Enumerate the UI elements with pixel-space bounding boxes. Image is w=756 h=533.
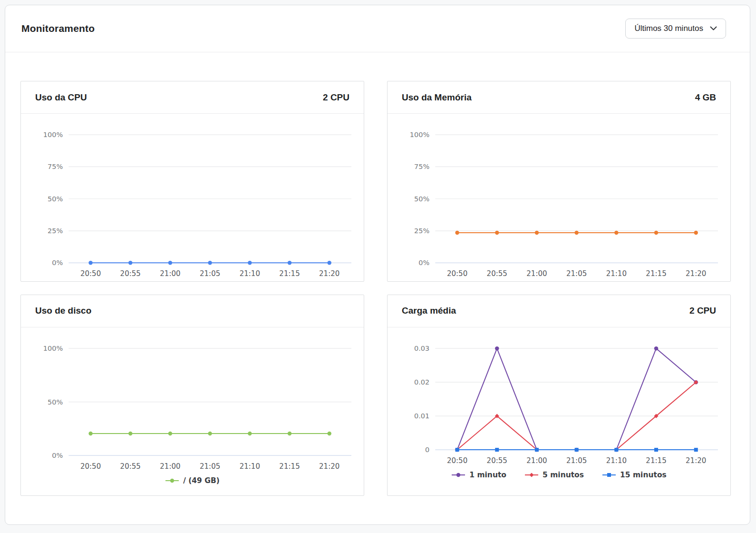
svg-text:0.03: 0.03 — [414, 344, 429, 352]
svg-text:100%: 100% — [410, 130, 430, 138]
svg-text:21:20: 21:20 — [686, 269, 706, 278]
disk-usage-card: Uso de disco 100%50%0%20:5020:5521:0021:… — [20, 295, 364, 496]
charts-grid: Uso da CPU 2 CPU 100%75%50%25%0%20:5020:… — [5, 52, 750, 496]
svg-text:21:05: 21:05 — [566, 269, 587, 278]
chevron-down-icon — [710, 26, 717, 31]
legend-label: 15 minutos — [620, 471, 667, 479]
svg-text:100%: 100% — [43, 130, 63, 138]
svg-text:100%: 100% — [43, 344, 63, 352]
svg-text:20:55: 20:55 — [120, 269, 141, 278]
svg-text:21:10: 21:10 — [606, 269, 627, 278]
legend-marker-icon — [165, 477, 179, 484]
svg-text:50%: 50% — [414, 195, 430, 203]
disk-usage-chart: 100%50%0%20:5020:5521:0021:0521:1021:152… — [21, 327, 364, 474]
svg-text:21:15: 21:15 — [646, 456, 666, 465]
legend-item-load-average-2[interactable]: 15 minutos — [602, 471, 667, 479]
legend-item-load-average-1[interactable]: 5 minutos — [524, 471, 584, 479]
svg-text:0%: 0% — [52, 451, 63, 459]
svg-text:21:05: 21:05 — [200, 269, 220, 278]
svg-text:21:05: 21:05 — [200, 462, 220, 471]
disk-card-title: Uso de disco — [35, 306, 91, 316]
load-card-title: Carga média — [402, 306, 456, 316]
svg-text:21:20: 21:20 — [319, 462, 339, 471]
legend-label: 5 minutos — [543, 471, 584, 479]
legend-item-disk-usage-0[interactable]: / (49 GB) — [165, 476, 220, 485]
time-range-select[interactable]: Últimos 30 minutos — [625, 19, 726, 39]
svg-text:21:15: 21:15 — [279, 269, 300, 278]
memory-card-header: Uso da Memória 4 GB — [388, 81, 730, 114]
panel-header: Monitoramento Últimos 30 minutos — [5, 5, 750, 52]
svg-text:0.02: 0.02 — [414, 378, 429, 386]
svg-text:21:00: 21:00 — [526, 269, 547, 278]
svg-text:25%: 25% — [48, 227, 63, 235]
cpu-card-title: Uso da CPU — [35, 92, 87, 103]
memory-usage-chart: 100%75%50%25%0%20:5020:5521:0021:0521:10… — [388, 114, 730, 281]
legend-marker-icon — [602, 472, 616, 478]
svg-text:50%: 50% — [48, 397, 63, 405]
load-average-chart: 0.030.020.01020:5020:5521:0021:0521:1021… — [388, 327, 730, 468]
svg-text:20:55: 20:55 — [487, 456, 507, 465]
page-title: Monitoramento — [21, 23, 95, 34]
cpu-usage-card: Uso da CPU 2 CPU 100%75%50%25%0%20:5020:… — [20, 81, 364, 282]
svg-text:20:50: 20:50 — [80, 269, 101, 278]
svg-text:75%: 75% — [414, 162, 430, 170]
disk-card-header: Uso de disco — [21, 295, 364, 327]
svg-text:21:10: 21:10 — [240, 462, 260, 471]
svg-text:21:00: 21:00 — [160, 462, 180, 471]
svg-text:20:55: 20:55 — [120, 462, 141, 471]
svg-text:21:20: 21:20 — [319, 269, 339, 278]
load-average-card: Carga média 2 CPU 0.030.020.01020:5020:5… — [387, 295, 731, 496]
svg-text:21:00: 21:00 — [160, 269, 180, 278]
legend-item-load-average-0[interactable]: 1 minuto — [451, 471, 506, 479]
cpu-card-capacity: 2 CPU — [323, 92, 349, 103]
legend-marker-icon — [451, 472, 465, 478]
monitoring-panel: Monitoramento Últimos 30 minutos Uso da … — [5, 5, 750, 525]
legend-label: 1 minuto — [469, 471, 506, 479]
svg-text:0.01: 0.01 — [414, 412, 429, 420]
cpu-card-header: Uso da CPU 2 CPU — [21, 81, 364, 114]
load-chart-legend: 1 minuto5 minutos15 minutos — [388, 468, 730, 490]
svg-text:0%: 0% — [418, 258, 429, 266]
memory-card-title: Uso da Memória — [402, 92, 472, 103]
load-card-capacity: 2 CPU — [689, 306, 716, 316]
svg-text:21:00: 21:00 — [526, 456, 547, 465]
svg-text:0%: 0% — [52, 258, 63, 266]
memory-usage-card: Uso da Memória 4 GB 100%75%50%25%0%20:50… — [387, 81, 731, 282]
svg-text:21:15: 21:15 — [279, 462, 300, 471]
time-range-label: Últimos 30 minutos — [634, 24, 703, 33]
svg-text:20:55: 20:55 — [487, 269, 507, 278]
svg-text:21:10: 21:10 — [240, 269, 260, 278]
memory-card-capacity: 4 GB — [695, 92, 716, 103]
svg-text:21:10: 21:10 — [606, 456, 627, 465]
load-card-header: Carga média 2 CPU — [388, 295, 730, 327]
legend-label: / (49 GB) — [183, 476, 220, 485]
svg-text:20:50: 20:50 — [447, 456, 467, 465]
legend-marker-icon — [524, 472, 539, 478]
svg-text:0: 0 — [425, 445, 429, 454]
svg-text:21:05: 21:05 — [566, 456, 587, 465]
svg-text:20:50: 20:50 — [80, 462, 101, 471]
svg-text:21:15: 21:15 — [646, 269, 666, 278]
cpu-usage-chart: 100%75%50%25%0%20:5020:5521:0021:0521:10… — [21, 114, 364, 281]
svg-text:20:50: 20:50 — [447, 269, 467, 278]
svg-text:21:20: 21:20 — [686, 456, 706, 465]
disk-chart-legend: / (49 GB) — [21, 474, 364, 495]
svg-text:50%: 50% — [48, 195, 63, 203]
svg-text:25%: 25% — [414, 227, 430, 235]
svg-text:75%: 75% — [48, 162, 63, 170]
